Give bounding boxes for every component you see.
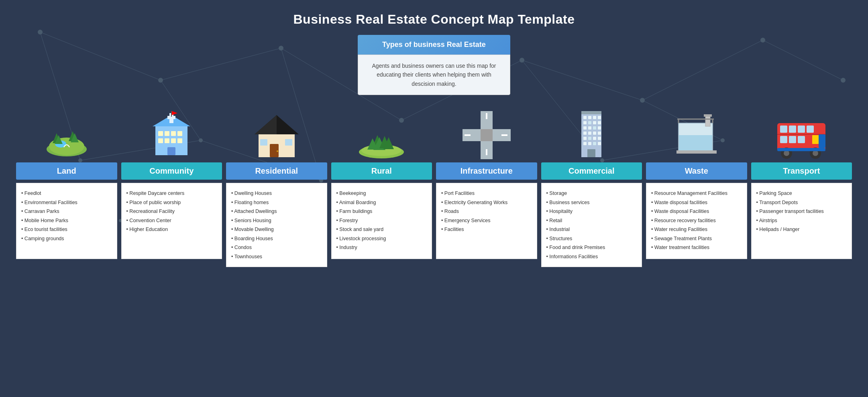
svg-rect-49: [177, 138, 182, 143]
svg-rect-43: [165, 131, 169, 136]
svg-rect-124: [777, 148, 825, 151]
svg-rect-113: [807, 126, 814, 133]
svg-rect-90: [593, 132, 596, 135]
category-residential: Residential Dwelling Houses Floating hom…: [226, 107, 327, 267]
category-community: Community Respite Daycare centers Place …: [121, 107, 222, 259]
rural-icon: [357, 115, 405, 159]
waste-header: Waste: [646, 162, 747, 180]
svg-rect-77: [588, 116, 591, 119]
svg-rect-76: [583, 116, 587, 119]
land-card: Feedlot Environmental Facilities Carrava…: [16, 183, 117, 259]
waste-card: Resource Management Facilities Waste dis…: [646, 183, 747, 259]
categories-row: Land Feedlot Environmental Facilities Ca…: [16, 107, 852, 267]
svg-rect-97: [588, 142, 591, 145]
svg-rect-99: [598, 142, 601, 145]
residential-card: Dwelling Houses Floating homes Attached …: [226, 183, 327, 267]
svg-rect-103: [705, 115, 710, 126]
svg-rect-71: [465, 134, 471, 136]
svg-rect-42: [158, 131, 163, 136]
category-rural: Rural Beekeeping Animal Boarding Farm bu…: [331, 107, 432, 259]
transport-header: Transport: [751, 162, 852, 180]
infrastructure-header: Infrastructure: [436, 162, 537, 180]
community-icon: [149, 111, 194, 159]
transport-icon: [775, 115, 827, 159]
svg-rect-70: [486, 149, 487, 155]
infrastructure-icon: [463, 111, 511, 159]
category-commercial: Commercial Storage Business services Hos…: [541, 107, 642, 267]
svg-rect-94: [593, 137, 596, 140]
svg-rect-85: [588, 126, 591, 130]
category-infrastructure: Infrastructure Port Facilities Electrici…: [436, 107, 537, 259]
svg-rect-78: [593, 116, 596, 119]
svg-rect-112: [798, 126, 805, 133]
svg-rect-111: [789, 126, 796, 133]
svg-rect-102: [679, 135, 712, 151]
svg-rect-83: [598, 121, 601, 124]
commercial-card: Storage Business services Hospitality Re…: [541, 183, 642, 267]
svg-rect-69: [486, 113, 487, 119]
svg-rect-87: [598, 126, 601, 130]
svg-rect-48: [171, 138, 176, 143]
svg-rect-50: [167, 147, 175, 155]
svg-rect-92: [583, 137, 587, 140]
svg-rect-100: [587, 149, 595, 157]
category-transport: Transport Parking Space Transport Depots…: [751, 107, 852, 259]
svg-rect-84: [583, 126, 587, 130]
svg-rect-88: [583, 132, 587, 135]
svg-rect-79: [598, 116, 601, 119]
community-header: Community: [121, 162, 222, 180]
commercial-header: Commercial: [541, 162, 642, 180]
svg-marker-52: [172, 111, 177, 115]
svg-rect-86: [593, 126, 596, 130]
svg-rect-73: [481, 129, 493, 141]
svg-rect-116: [798, 136, 805, 143]
svg-rect-98: [593, 142, 596, 145]
concept-body: Agents and business owners can use this …: [358, 55, 510, 95]
svg-rect-110: [780, 126, 787, 133]
svg-point-120: [784, 150, 789, 156]
concept-box: Types of business Real Estate Agents and…: [358, 35, 510, 95]
svg-marker-55: [255, 115, 277, 134]
svg-rect-82: [593, 121, 596, 124]
land-icon: [45, 115, 89, 159]
svg-point-57: [277, 150, 278, 152]
svg-rect-51: [171, 111, 172, 117]
svg-rect-80: [583, 121, 587, 124]
commercial-icon: [575, 107, 607, 159]
svg-rect-89: [588, 132, 591, 135]
svg-rect-46: [158, 138, 163, 143]
waste-icon: [672, 111, 721, 159]
center-section: Types of business Real Estate Agents and…: [16, 35, 852, 95]
concept-title: Types of business Real Estate: [358, 35, 510, 55]
svg-rect-91: [598, 132, 601, 135]
svg-rect-96: [583, 142, 587, 145]
svg-rect-114: [780, 136, 787, 143]
page-title: Business Real Estate Concept Map Templat…: [16, 12, 852, 27]
svg-rect-104: [704, 114, 712, 117]
land-header: Land: [16, 162, 117, 180]
svg-rect-59: [285, 139, 292, 146]
svg-rect-81: [588, 121, 591, 124]
category-land: Land Feedlot Environmental Facilities Ca…: [16, 107, 117, 259]
category-waste: Waste Resource Management Facilities Was…: [646, 107, 747, 259]
svg-rect-45: [177, 131, 182, 136]
transport-card: Parking Space Transport Depots Passenger…: [751, 183, 852, 259]
rural-card: Beekeeping Animal Boarding Farm building…: [331, 183, 432, 259]
svg-rect-58: [260, 139, 267, 146]
residential-header: Residential: [226, 162, 327, 180]
svg-rect-44: [171, 131, 176, 136]
svg-rect-93: [588, 137, 591, 140]
svg-rect-108: [676, 150, 717, 154]
svg-rect-95: [598, 137, 601, 140]
svg-rect-72: [501, 134, 507, 136]
residential-icon: [255, 111, 299, 159]
svg-rect-125: [819, 134, 825, 148]
svg-rect-115: [789, 136, 796, 143]
svg-rect-75: [581, 111, 601, 114]
rural-header: Rural: [331, 162, 432, 180]
community-card: Respite Daycare centers Place of public …: [121, 183, 222, 259]
svg-rect-47: [165, 138, 169, 143]
svg-point-122: [813, 150, 818, 156]
infrastructure-card: Port Facilities Electricity Generating W…: [436, 183, 537, 259]
svg-rect-117: [812, 135, 819, 144]
